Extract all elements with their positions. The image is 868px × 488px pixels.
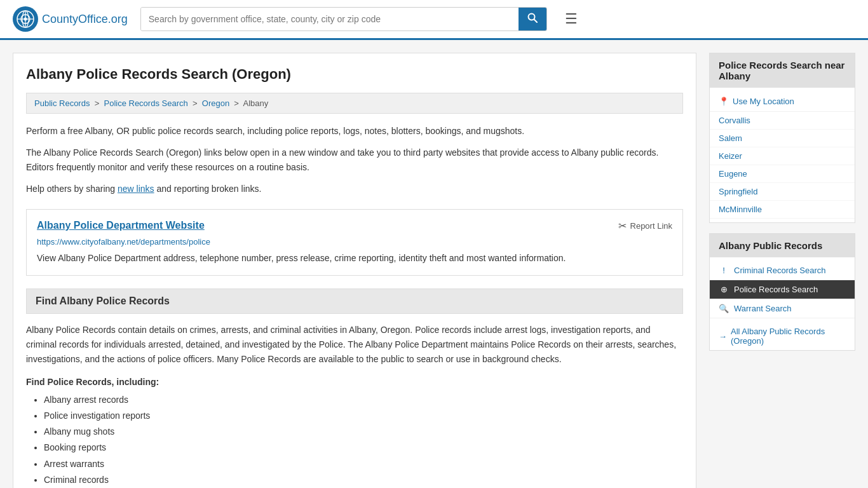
public-record-icon: ! — [719, 266, 729, 275]
nearby-cities-list: CorvallisSalemKeizerEugeneSpringfieldMcM… — [710, 112, 855, 219]
logo-text: CountyOffice.org — [42, 13, 128, 26]
nearby-card: Police Records Search near Albany 📍 Use … — [709, 53, 855, 223]
link-card-url[interactable]: https://www.cityofalbany.net/departments… — [37, 237, 672, 247]
breadcrumb: Public Records > Police Records Search >… — [26, 93, 683, 114]
nearby-city-link[interactable]: McMinnville — [710, 201, 855, 219]
public-record-item[interactable]: 🔍Warrant Search — [710, 299, 855, 318]
nearby-city-link[interactable]: Eugene — [710, 165, 855, 183]
sidebar: Police Records Search near Albany 📍 Use … — [709, 53, 855, 488]
search-bar — [140, 7, 547, 31]
description-2: The Albany Police Records Search (Oregon… — [26, 146, 683, 174]
scissors-icon: ✂ — [618, 220, 627, 232]
public-records-card: Albany Public Records !Criminal Records … — [709, 233, 855, 351]
nearby-city-link[interactable]: Keizer — [710, 147, 855, 165]
new-links-link[interactable]: new links — [118, 184, 154, 194]
link-card-header: Albany Police Department Website ✂ Repor… — [37, 220, 672, 232]
public-record-item[interactable]: ⊕Police Records Search — [710, 280, 855, 299]
breadcrumb-public-records[interactable]: Public Records — [34, 98, 90, 108]
report-link-button[interactable]: ✂ Report Link — [618, 220, 672, 232]
list-item: Albany mug shots — [44, 424, 683, 440]
nearby-card-title: Police Records Search near Albany — [710, 53, 855, 88]
logo[interactable]: CountyOffice.org — [13, 6, 128, 32]
public-records-card-title: Albany Public Records — [710, 234, 855, 257]
main-content: Albany Police Records Search (Oregon) Pu… — [13, 53, 696, 488]
link-card-title[interactable]: Albany Police Department Website — [37, 220, 205, 231]
nearby-city-link[interactable]: Salem — [710, 130, 855, 147]
find-section: Find Albany Police Records Albany Police… — [26, 288, 683, 488]
arrow-icon: → — [719, 332, 727, 341]
public-records-card-body: !Criminal Records Search⊕Police Records … — [710, 257, 855, 322]
find-section-header: Find Albany Police Records — [26, 288, 683, 314]
find-list: Albany arrest recordsPolice investigatio… — [26, 392, 683, 488]
find-section-subtitle: Find Police Records, including: — [26, 377, 683, 387]
list-item: Criminal records — [44, 472, 683, 488]
list-item: Albany arrest records — [44, 392, 683, 408]
use-location-button[interactable]: 📍 Use My Location — [710, 92, 855, 112]
public-record-icon: 🔍 — [719, 304, 729, 313]
page-title: Albany Police Records Search (Oregon) — [26, 66, 683, 83]
search-input[interactable] — [141, 8, 519, 30]
page-container: Albany Police Records Search (Oregon) Pu… — [0, 40, 868, 488]
logo-suffix: .org — [108, 13, 128, 25]
search-button[interactable] — [519, 8, 546, 30]
logo-name: CountyOffice — [42, 13, 108, 25]
all-records-link[interactable]: → All Albany Public Records (Oregon) — [710, 322, 855, 350]
logo-icon — [13, 6, 38, 32]
link-card: Albany Police Department Website ✂ Repor… — [26, 209, 683, 276]
public-record-icon: ⊕ — [719, 285, 729, 294]
breadcrumb-albany: Albany — [243, 98, 268, 108]
list-item: Booking reports — [44, 440, 683, 456]
breadcrumb-oregon[interactable]: Oregon — [202, 98, 229, 108]
link-card-desc: View Albany Police Department address, t… — [37, 252, 672, 265]
description-3: Help others by sharing new links and rep… — [26, 182, 683, 196]
breadcrumb-police-records[interactable]: Police Records Search — [104, 98, 187, 108]
nearby-city-link[interactable]: Springfield — [710, 183, 855, 201]
list-item: Police investigation reports — [44, 408, 683, 424]
header: CountyOffice.org ☰ — [0, 0, 868, 40]
nearby-card-body: 📍 Use My Location CorvallisSalemKeizerEu… — [710, 88, 855, 222]
find-section-body: Albany Police Records contain details on… — [26, 323, 683, 367]
location-pin-icon: 📍 — [719, 97, 729, 106]
menu-button[interactable]: ☰ — [560, 8, 583, 30]
list-item: Arrest warrants — [44, 456, 683, 472]
public-record-item[interactable]: !Criminal Records Search — [710, 261, 855, 280]
svg-line-7 — [534, 20, 537, 23]
nearby-city-link[interactable]: Corvallis — [710, 112, 855, 130]
description-1: Perform a free Albany, OR public police … — [26, 124, 683, 138]
